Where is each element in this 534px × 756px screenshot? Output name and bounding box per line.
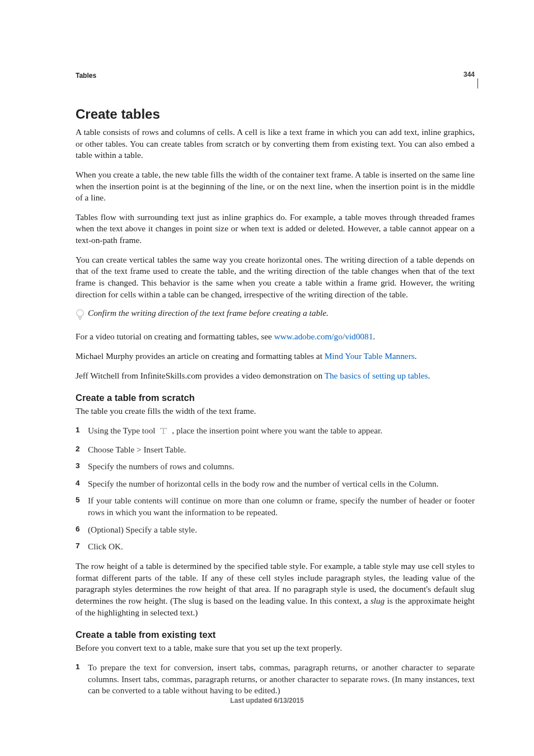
page-number: 344: [463, 71, 475, 78]
intro-paragraph-3: Tables flow with surrounding text just a…: [76, 212, 475, 246]
witchell-video-link[interactable]: The basics of setting up tables: [325, 371, 428, 380]
intro-paragraph-1: A table consists of rows and columns of …: [76, 127, 475, 161]
create-from-existing-heading: Create a table from existing text: [76, 629, 475, 640]
scratch-step-1: Using the Type tool , place the insertio…: [76, 425, 475, 438]
scratch-step-3: Specify the numbers of rows and columns.: [76, 461, 475, 473]
murphy-end-text: .: [415, 351, 417, 361]
witchell-end-text: .: [428, 371, 430, 380]
slug-italic: slug: [371, 596, 385, 605]
existing-intro: Before you convert text to a table, make…: [76, 642, 475, 654]
create-from-scratch-heading: Create a table from scratch: [76, 393, 475, 403]
murphy-intro-text: Michael Murphy provides an article on cr…: [76, 351, 325, 361]
scratch-after-paragraph: The row height of a table is determined …: [76, 561, 475, 618]
scratch-intro: The table you create fills the width of …: [76, 405, 475, 417]
scratch-steps-list: Using the Type tool , place the insertio…: [76, 425, 475, 553]
video-end-text: .: [373, 332, 375, 341]
page-footer: Last updated 6/13/2015: [0, 697, 534, 704]
lightbulb-icon: [76, 309, 85, 321]
video-tutorial-link[interactable]: www.adobe.com/go/vid0081: [274, 332, 373, 341]
murphy-article-link[interactable]: Mind Your Table Manners: [325, 351, 415, 361]
page-number-rule: [477, 78, 478, 88]
step1-text-b: , place the insertion point where you wa…: [170, 426, 382, 435]
svg-point-0: [77, 310, 83, 316]
scratch-step-4: Specify the number of horizontal cells i…: [76, 478, 475, 490]
scratch-step-5: If your table contents will continue on …: [76, 495, 475, 518]
document-page: 344 Tables Create tables A table consist…: [0, 0, 534, 756]
scratch-step-6: (Optional) Specify a table style.: [76, 524, 475, 536]
tip-text: Confirm the writing direction of the tex…: [88, 308, 329, 318]
video-tutorial-line: For a video tutorial on creating and for…: [76, 331, 475, 343]
scratch-step-2: Choose Table > Insert Table.: [76, 444, 475, 456]
section-header: Tables: [76, 72, 475, 80]
video-intro-text: For a video tutorial on creating and for…: [76, 332, 274, 341]
type-tool-icon: [159, 426, 168, 438]
page-title: Create tables: [76, 106, 475, 122]
witchell-video-line: Jeff Witchell from InfiniteSkills.com pr…: [76, 370, 475, 382]
intro-paragraph-2: When you create a table, the new table f…: [76, 169, 475, 204]
intro-paragraph-4: You can create vertical tables the same …: [76, 254, 475, 301]
murphy-article-line: Michael Murphy provides an article on cr…: [76, 351, 475, 362]
existing-steps-list: To prepare the text for conversion, inse…: [76, 662, 475, 697]
tip-block: Confirm the writing direction of the tex…: [76, 308, 475, 321]
step1-text-a: Using the Type tool: [88, 426, 157, 435]
scratch-step-7: Click OK.: [76, 541, 475, 553]
existing-step-1: To prepare the text for conversion, inse…: [76, 662, 475, 697]
witchell-intro-text: Jeff Witchell from InfiniteSkills.com pr…: [76, 371, 325, 380]
